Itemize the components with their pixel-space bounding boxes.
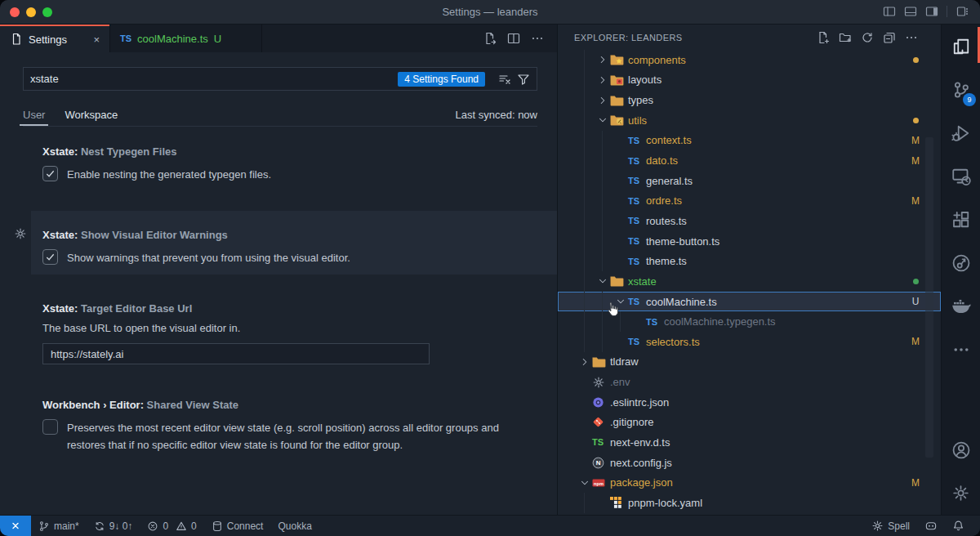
chevron-right-icon[interactable] [595, 95, 610, 106]
ts-icon: TS [120, 34, 131, 43]
tab-label: coolMachine.ts [137, 33, 208, 45]
connect-item[interactable]: Connect [204, 516, 271, 536]
toggle-panel-icon[interactable] [904, 5, 917, 18]
tree-item-next-config-js[interactable]: N next.config.js [558, 453, 941, 473]
problems-item[interactable]: 0 0 [140, 516, 203, 536]
indent-guide [602, 171, 603, 191]
file-name: next-env.d.ts [610, 436, 670, 449]
setting-description: Enable nesting the generated typegen fil… [67, 166, 271, 183]
spell-checker-item[interactable]: Spell [864, 516, 917, 536]
new-file-icon[interactable] [817, 31, 830, 44]
setting-item-show-visual-editor-warnings: Xstate: Show Visual Editor Warnings Show… [42, 229, 537, 266]
tree-item-coolMachine-typegen-ts[interactable]: TS coolMachine.typegen.ts [558, 311, 941, 332]
bell-icon [952, 520, 964, 532]
tree-item-ordre-ts[interactable]: TS ordre.ts M [558, 190, 941, 211]
tree-item-utils[interactable]: utils [558, 110, 941, 131]
indent-guide [584, 110, 585, 131]
tree-item-theme-button-ts[interactable]: TS theme-button.ts [558, 231, 941, 252]
tree-item-package-json[interactable]: npm package.json M [558, 472, 941, 493]
quokka-item[interactable]: Quokka [270, 516, 318, 536]
tab-coolmachine[interactable]: TS coolMachine.ts U [109, 25, 262, 52]
chevron-down-icon[interactable] [595, 114, 610, 126]
setting-description: Preserves the most recent editor view st… [67, 419, 514, 453]
split-editor-icon[interactable] [507, 32, 520, 45]
activity-xstate-extension[interactable] [942, 241, 980, 284]
toggle-sidebar-icon[interactable] [883, 5, 896, 18]
tree-item-dato-ts[interactable]: TS dato.ts M [558, 150, 941, 171]
more-actions-icon[interactable] [905, 31, 918, 44]
new-folder-icon[interactable] [839, 31, 852, 44]
chevron-down-icon[interactable] [595, 275, 610, 287]
close-tab-icon[interactable]: × [93, 34, 100, 46]
tree-item-routes-ts[interactable]: TS routes.ts [558, 211, 941, 231]
settings-search-input[interactable]: xstate 4 Settings Found [23, 67, 537, 91]
chevron-down-icon[interactable] [577, 477, 592, 489]
tree-item--env[interactable]: .env [558, 372, 941, 392]
tree-item--gitignore[interactable]: .gitignore [558, 413, 941, 433]
folder-icon [610, 95, 624, 106]
toggle-secondary-sidebar-icon[interactable] [925, 5, 938, 18]
filter-funnel-icon[interactable] [517, 73, 530, 86]
activity-more-views[interactable] [942, 328, 980, 371]
tab-settings[interactable]: Settings × [0, 25, 109, 52]
tree-item-tldraw[interactable]: tldraw [558, 352, 941, 373]
file-name: tldraw [610, 355, 639, 368]
ts-icon: TS [628, 337, 639, 346]
refresh-explorer-icon[interactable] [861, 31, 874, 44]
tree-item-components[interactable]: components [558, 50, 941, 70]
indent-guide [602, 292, 603, 312]
layout-controls [883, 5, 969, 18]
activity-source-control[interactable]: 9 [942, 68, 980, 111]
tree-item-pnpm-lock-yaml[interactable]: pnpm-lock.yaml [558, 493, 941, 513]
tree-item-coolMachine-ts[interactable]: TS coolMachine.ts U [558, 292, 941, 312]
activity-run-and-debug[interactable] [942, 111, 980, 154]
notifications-item[interactable] [945, 516, 972, 536]
scope-tab-workspace[interactable]: Workspace [65, 103, 118, 126]
activity-accounts[interactable] [942, 428, 980, 471]
tree-item--eslintrc-json[interactable]: .eslintrc.json [558, 392, 941, 413]
tree-item-theme-ts[interactable]: TS theme.ts [558, 251, 941, 271]
open-settings-json-icon[interactable] [483, 32, 497, 45]
setting-edit-gear-icon[interactable] [14, 227, 27, 240]
file-name: coolMachine.ts [646, 296, 717, 308]
tree-item-selectors-ts[interactable]: TS selectors.ts M [558, 332, 941, 352]
activity-docker[interactable] [942, 284, 980, 328]
file-name: .env [610, 376, 630, 388]
indent-guide [602, 150, 603, 171]
folder-icon [610, 275, 624, 287]
activity-settings-gear[interactable] [942, 471, 980, 515]
chevron-right-icon[interactable] [595, 74, 610, 86]
indent-guide [584, 271, 585, 292]
activity-remote-explorer[interactable] [942, 154, 980, 198]
tree-item-layouts[interactable]: layouts [558, 70, 941, 91]
tree-item-xstate[interactable]: xstate [558, 271, 941, 292]
setting-checkbox[interactable] [42, 419, 58, 435]
clear-filters-icon[interactable] [498, 73, 511, 86]
setting-title: Xstate: Show Visual Editor Warnings [42, 229, 537, 241]
setting-checkbox[interactable] [42, 166, 58, 181]
chevron-down-icon[interactable] [613, 296, 628, 307]
git-branch-item[interactable]: main* [31, 516, 87, 536]
collapse-folders-icon[interactable] [883, 31, 896, 44]
explorer-scrollbar[interactable] [925, 137, 933, 458]
last-synced-label: Last synced: now [456, 109, 537, 121]
remote-indicator[interactable] [0, 516, 31, 536]
chevron-right-icon[interactable] [595, 54, 610, 65]
setting-checkbox[interactable] [42, 249, 58, 265]
more-actions-icon[interactable] [531, 32, 544, 45]
indent-guide [584, 190, 585, 211]
setting-text-input[interactable]: https://stately.ai [42, 343, 430, 364]
customize-layout-icon[interactable] [956, 5, 969, 18]
ts-icon: TS [646, 317, 657, 327]
indent-guide [584, 171, 585, 191]
tree-item-context-ts[interactable]: TS context.ts M [558, 131, 941, 151]
chevron-right-icon[interactable] [577, 356, 592, 368]
sync-changes-item[interactable]: 9↓ 0↑ [87, 516, 140, 536]
activity-explorer[interactable] [942, 25, 980, 68]
scope-tab-user[interactable]: User [23, 103, 45, 126]
tree-item-types[interactable]: types [558, 90, 941, 110]
copilot-item[interactable] [917, 516, 945, 536]
tree-item-next-env-d-ts[interactable]: TS next-env.d.ts [558, 432, 941, 453]
tree-item-general-ts[interactable]: TS general.ts [558, 171, 941, 191]
activity-extensions[interactable] [942, 198, 980, 241]
